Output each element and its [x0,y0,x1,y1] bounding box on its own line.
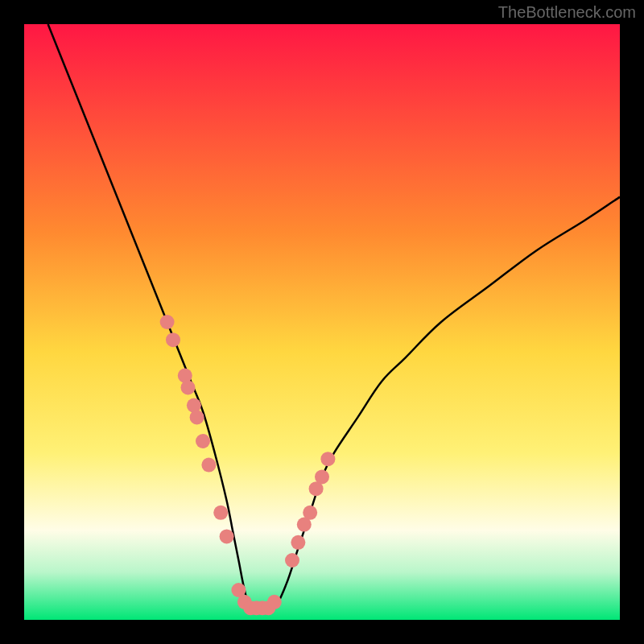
scatter-point [320,452,335,466]
scatter-point [190,410,204,424]
scatter-point [213,506,228,520]
scatter-point [291,535,305,550]
scatter-point [181,380,196,394]
scatter-point [166,332,180,347]
scatter-point [201,458,216,473]
scatter-point [267,595,282,609]
scatter-point [196,434,210,448]
watermark-text: TheBottleneck.com [498,3,636,22]
scatter-point [285,553,299,568]
plot-background [24,24,620,620]
scatter-point [315,469,329,484]
chart-container: TheBottleneck.com [0,0,644,644]
scatter-point [160,315,175,329]
chart-svg [0,0,644,644]
scatter-point [220,529,234,543]
scatter-point [303,506,317,520]
